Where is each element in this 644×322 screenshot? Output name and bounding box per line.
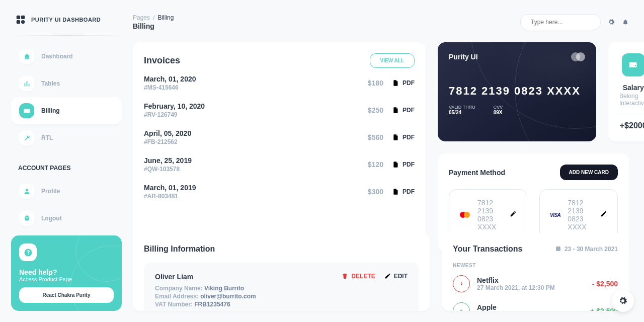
- download-pdf-button[interactable]: PDF: [392, 134, 415, 141]
- top-actions: [520, 14, 629, 30]
- file-icon: [392, 134, 399, 141]
- sidebar-item-logout[interactable]: Logout: [11, 205, 122, 232]
- topbar: Pages / Billing Billing: [133, 14, 629, 30]
- invoices-title: Invoices: [144, 55, 180, 66]
- transactions-range: 23 - 30 March 2021: [555, 246, 618, 253]
- pdf-label: PDF: [403, 134, 415, 141]
- transaction-name: Apple: [477, 303, 555, 311]
- transactions-newest-label: NEWEST: [453, 263, 618, 268]
- billing-info-title: Billing Information: [144, 245, 419, 254]
- pdf-label: PDF: [403, 161, 415, 168]
- invoice-row: March, 01, 2020#MS-415646 $180 PDF: [144, 75, 415, 91]
- sidebar-item-label: Logout: [41, 215, 62, 222]
- billing-company: Company Name: Viking Burrito: [155, 285, 256, 292]
- cvv-value: 09X: [494, 110, 503, 115]
- delete-button[interactable]: DELETE: [342, 273, 375, 280]
- download-pdf-button[interactable]: PDF: [392, 161, 415, 168]
- download-pdf-button[interactable]: PDF: [392, 107, 415, 114]
- help-title: Need help?: [19, 268, 114, 276]
- sidebar-item-rtl[interactable]: RTL: [11, 124, 122, 151]
- valid-thru: VALID THRU 05/24: [449, 105, 475, 115]
- payment-card-number: 7812 2139 0823 XXXX: [477, 199, 510, 231]
- person-icon: [19, 184, 34, 199]
- download-pdf-button[interactable]: PDF: [392, 79, 415, 87]
- help-button[interactable]: React Chakra Purity: [19, 287, 114, 303]
- brand-logo-icon: [15, 14, 26, 25]
- transaction-row: Apple27 March 2021, at 12:30 PM + $2,500: [453, 302, 618, 311]
- sidebar: PURITY UI DASHBOARD Dashboard Tables Bil…: [0, 0, 133, 322]
- pencil-icon: [510, 210, 517, 217]
- main: Pages / Billing Billing: [133, 0, 644, 322]
- transaction-amount: - $2,500: [592, 280, 618, 288]
- wrench-icon: [19, 130, 34, 145]
- invoice-row: April, 05, 2020#FB-212562 $560 PDF: [144, 129, 415, 145]
- sidebar-item-tables[interactable]: Tables: [11, 70, 122, 97]
- invoice-row: February, 10, 2020#RV-126749 $250 PDF: [144, 102, 415, 118]
- file-icon: [392, 161, 399, 168]
- view-all-button[interactable]: VIEW ALL: [370, 53, 415, 68]
- sidebar-item-label: RTL: [41, 134, 53, 141]
- settings-icon[interactable]: [608, 19, 615, 26]
- payment-card-number: 7812 2139 0823 XXXX: [568, 199, 600, 231]
- credit-card-number: 7812 2139 0823 XXXX: [449, 85, 585, 98]
- invoice-amount: $180: [368, 79, 383, 87]
- stats-icon: [19, 76, 34, 91]
- svg-point-5: [464, 212, 470, 218]
- page-title: Billing: [133, 22, 174, 30]
- divider: [11, 35, 122, 36]
- cards-row: Purity UI 7812 2139 0823 XXXX VALID THRU…: [438, 42, 629, 141]
- pdf-label: PDF: [403, 188, 415, 195]
- invoices-card: Invoices VIEW ALL March, 01, 2020#MS-415…: [133, 42, 426, 264]
- valid-thru-label: VALID THRU: [449, 105, 475, 110]
- card-icon: [19, 103, 34, 118]
- help-subtitle: Access Product Page: [19, 276, 114, 282]
- payment-method-title: Payment Method: [449, 169, 505, 177]
- sidebar-item-dashboard[interactable]: Dashboard: [11, 43, 122, 70]
- billing-info-item: Oliver Liam Company Name: Viking Burrito…: [144, 263, 419, 311]
- edit-button[interactable]: EDIT: [384, 273, 408, 280]
- edit-label: EDIT: [394, 273, 408, 280]
- invoice-date: February, 10, 2020: [144, 102, 205, 110]
- invoice-date: April, 05, 2020: [144, 129, 191, 137]
- mini-title: Salary: [623, 84, 644, 92]
- pdf-label: PDF: [403, 79, 415, 87]
- billing-email: Email Address: oliver@burrito.com: [155, 293, 256, 300]
- notifications-icon[interactable]: [622, 19, 629, 26]
- breadcrumb-root[interactable]: Pages: [133, 14, 150, 21]
- invoice-code: #FB-212562: [144, 138, 191, 145]
- mastercard-icon: [459, 211, 470, 219]
- invoice-row: June, 25, 2019#QW-103578 $120 PDF: [144, 156, 415, 173]
- trash-icon: [342, 273, 348, 279]
- credit-card-brand: Purity UI: [449, 53, 478, 61]
- configurator-button[interactable]: [612, 290, 634, 312]
- file-icon: [392, 79, 399, 87]
- svg-rect-3: [21, 20, 25, 24]
- breadcrumb: Pages / Billing: [133, 14, 174, 21]
- home-icon: [19, 49, 34, 64]
- add-new-card-button[interactable]: ADD NEW CARD: [560, 165, 618, 180]
- edit-card-button[interactable]: [510, 210, 517, 219]
- edit-card-button[interactable]: [600, 210, 607, 219]
- cvv: CVV 09X: [494, 105, 503, 115]
- visa-icon: VISA: [550, 212, 560, 218]
- billing-name: Oliver Liam: [155, 273, 256, 281]
- billing-vat: VAT Number: FRB1235476: [155, 301, 256, 308]
- sidebar-item-profile[interactable]: Profile: [11, 178, 122, 205]
- invoice-code: #AR-803481: [144, 193, 196, 200]
- mini-sub: Belong Interactive: [619, 93, 644, 107]
- sidebar-item-billing[interactable]: Billing: [11, 97, 122, 124]
- invoice-amount: $560: [368, 133, 383, 141]
- invoice-amount: $300: [368, 188, 383, 196]
- search-box[interactable]: [520, 14, 601, 30]
- transactions-title: Your Transactions: [453, 245, 522, 254]
- wallet-icon: [622, 53, 644, 76]
- search-input[interactable]: [531, 19, 606, 26]
- nav-main: Dashboard Tables Billing RTL ACCOUNT PAG…: [11, 43, 122, 232]
- calendar-icon: [555, 246, 561, 252]
- invoice-code: #RV-126749: [144, 111, 205, 118]
- pencil-icon: [384, 273, 391, 279]
- transactions-card: Your Transactions 23 - 30 March 2021 NEW…: [442, 233, 629, 311]
- sidebar-item-label: Profile: [41, 188, 60, 195]
- download-pdf-button[interactable]: PDF: [392, 188, 415, 195]
- breadcrumb-current: Billing: [157, 14, 174, 21]
